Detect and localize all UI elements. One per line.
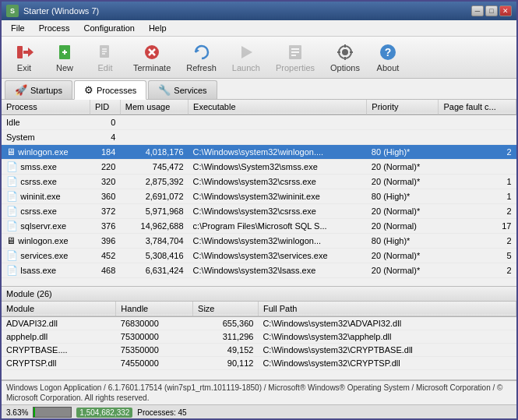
new-button[interactable]: New <box>45 40 84 76</box>
table-row[interactable]: 🖥 winlogon.exe3963,784,704C:\Windows\sys… <box>2 234 516 249</box>
tab-startups[interactable]: 🚀 Startups <box>5 80 72 99</box>
table-row[interactable]: 📄 lsass.exe4686,631,424C:\Windows\system… <box>2 263 516 278</box>
exit-button[interactable]: Exit <box>5 40 44 76</box>
col-exe[interactable]: Executable <box>189 100 367 115</box>
module-path: C:\Windows\system32\CRYPTSP.dll <box>258 357 516 370</box>
process-exe: C:\Windows\system32\wininit.exe <box>189 189 367 204</box>
col-pagefault[interactable]: Page fault c... <box>439 100 516 115</box>
process-name: 📄 sqlservr.exe <box>2 219 90 234</box>
table-row[interactable]: 📄 csrss.exe3202,875,392C:\Windows\system… <box>2 175 516 189</box>
table-row[interactable]: 📄 csrss.exe3725,971,968C:\Windows\system… <box>2 204 516 219</box>
menu-file[interactable]: File <box>5 22 31 34</box>
status-description: Windows Logon Application / 6.1.7601.175… <box>6 383 512 403</box>
process-pagefault: 17 <box>439 219 516 234</box>
process-count: Processes: 45 <box>137 408 186 417</box>
process-mem: 2,875,392 <box>120 175 188 189</box>
list-item[interactable]: apphelp.dll75300000311,296C:\Windows\sys… <box>2 330 516 344</box>
list-item[interactable]: CRYPTBASE....7535000049,152C:\Windows\sy… <box>2 344 516 357</box>
startups-tab-label: Startups <box>30 86 62 95</box>
process-pid: 320 <box>90 175 120 189</box>
process-pagefault: 2 <box>439 145 516 160</box>
process-exe: C:\Windows\system32\lsass.exe <box>189 263 367 278</box>
toolbar: Exit New Edit <box>2 37 516 79</box>
window-controls: ─ □ ✕ <box>471 5 512 16</box>
properties-button[interactable]: Properties <box>269 40 322 76</box>
process-table: Process PID Mem usage Executable Priorit… <box>2 100 516 278</box>
col-priority[interactable]: Priority <box>367 100 439 115</box>
process-name: System <box>2 130 90 145</box>
process-table-body: Idle0System4🖥 winlogon.exe1844,018,176C:… <box>2 115 516 278</box>
process-name: 📄 csrss.exe <box>2 204 90 219</box>
terminate-label: Terminate <box>133 63 171 72</box>
table-row[interactable]: Idle0 <box>2 115 516 130</box>
terminate-button[interactable]: Terminate <box>126 40 178 76</box>
module-table-header: Module Handle Size Full Path <box>2 302 516 316</box>
table-row[interactable]: 📄 services.exe4525,308,416C:\Windows\sys… <box>2 249 516 263</box>
module-section: Module (26) Module Handle Size Full Path… <box>2 287 516 380</box>
svg-marker-14 <box>241 46 252 58</box>
about-button[interactable]: ? About <box>368 40 407 76</box>
process-priority <box>367 115 439 130</box>
col-handle[interactable]: Handle <box>116 302 193 316</box>
process-mem: 745,472 <box>120 160 188 175</box>
options-button[interactable]: Options <box>323 40 367 76</box>
process-priority: 20 (Normal)* <box>367 204 439 219</box>
table-row[interactable]: 🖥 winlogon.exe1844,018,176C:\Windows\sys… <box>2 145 516 160</box>
process-pid: 372 <box>90 204 120 219</box>
minimize-button[interactable]: ─ <box>471 5 484 16</box>
table-row[interactable]: 📄 wininit.exe3602,691,072C:\Windows\syst… <box>2 189 516 204</box>
process-pagefault: 2 <box>439 234 516 249</box>
process-exe <box>189 115 367 130</box>
launch-label: Launch <box>232 63 260 72</box>
col-module[interactable]: Module <box>2 302 116 316</box>
process-name: 📄 services.exe <box>2 249 90 263</box>
menu-configuration[interactable]: Configuration <box>77 22 140 34</box>
table-row[interactable]: System4 <box>2 130 516 145</box>
list-item[interactable]: ADVAPI32.dll76830000655,360C:\Windows\sy… <box>2 316 516 330</box>
tab-services[interactable]: 🔧 Services <box>148 80 217 99</box>
maximize-button[interactable]: □ <box>485 5 498 16</box>
process-pid: 184 <box>90 145 120 160</box>
tab-processes[interactable]: ⚙ Processes <box>74 80 146 100</box>
edit-button[interactable]: Edit <box>86 40 125 76</box>
table-row[interactable]: 📄 smss.exe220745,472C:\Windows\System32\… <box>2 160 516 175</box>
process-exe: C:\Windows\system32\csrss.exe <box>189 204 367 219</box>
col-mem[interactable]: Mem usage <box>120 100 188 115</box>
process-pagefault: 5 <box>439 249 516 263</box>
close-button[interactable]: ✕ <box>499 5 512 16</box>
col-process[interactable]: Process <box>2 100 90 115</box>
process-mem: 6,631,424 <box>120 263 188 278</box>
process-pagefault: 2 <box>439 263 516 278</box>
process-pid: 396 <box>90 234 120 249</box>
process-pid: 360 <box>90 189 120 204</box>
module-table-wrapper[interactable]: Module Handle Size Full Path ADVAPI32.dl… <box>2 302 516 379</box>
about-label: About <box>377 63 400 72</box>
process-pagefault: 1 <box>439 175 516 189</box>
module-path: C:\Windows\system32\CRYPTBASE.dll <box>258 344 516 357</box>
module-name: apphelp.dll <box>2 330 116 344</box>
module-size: 90,112 <box>193 357 259 370</box>
process-name: 🖥 winlogon.exe <box>2 234 90 249</box>
col-size[interactable]: Size <box>193 302 259 316</box>
menu-process[interactable]: Process <box>33 22 76 34</box>
process-mem: 14,962,688 <box>120 219 188 234</box>
svg-rect-16 <box>291 48 299 50</box>
svg-text:?: ? <box>385 46 392 58</box>
process-table-wrapper[interactable]: Process PID Mem usage Executable Priorit… <box>2 100 516 287</box>
process-priority: 80 (High)* <box>367 189 439 204</box>
process-exe: C:\Windows\system32\services.exe <box>189 249 367 263</box>
process-pid: 452 <box>90 249 120 263</box>
list-item[interactable]: CRYPTSP.dll7455000090,112C:\Windows\syst… <box>2 357 516 370</box>
col-fullpath[interactable]: Full Path <box>258 302 516 316</box>
launch-button[interactable]: Launch <box>225 40 267 76</box>
cpu-bar-fill <box>33 408 35 417</box>
table-row[interactable]: 📄 sqlservr.exe37614,962,688c:\Program Fi… <box>2 219 516 234</box>
process-name: 📄 lsass.exe <box>2 263 90 278</box>
menu-help[interactable]: Help <box>143 22 173 34</box>
process-pid: 468 <box>90 263 120 278</box>
col-pid[interactable]: PID <box>90 100 120 115</box>
process-name: 📄 wininit.exe <box>2 189 90 204</box>
processes-tab-label: Processes <box>97 86 136 95</box>
refresh-button[interactable]: Refresh <box>179 40 224 76</box>
process-pagefault: 2 <box>439 204 516 219</box>
